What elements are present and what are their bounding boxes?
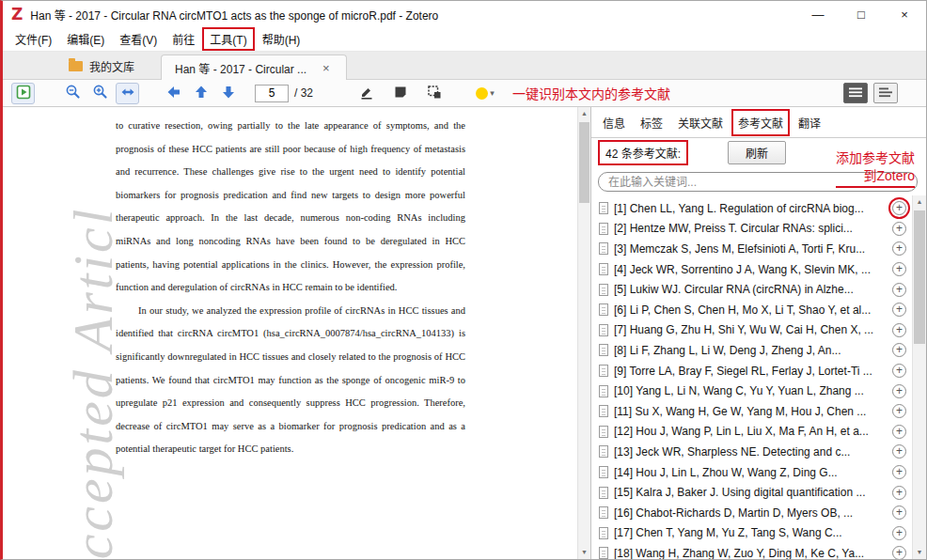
previous-page-button[interactable] bbox=[189, 83, 212, 104]
back-button[interactable] bbox=[162, 83, 185, 104]
scroll-up-icon[interactable]: ▲ bbox=[578, 107, 590, 120]
pdf-scrollbar-thumb[interactable] bbox=[579, 122, 589, 203]
add-references-annotation: 添加参考文献 到Zotero bbox=[836, 149, 915, 188]
reference-item[interactable]: [7] Huang G, Zhu H, Shi Y, Wu W, Cai H, … bbox=[591, 320, 912, 341]
add-reference-button[interactable] bbox=[892, 364, 906, 378]
back-arrow-icon bbox=[166, 85, 181, 102]
add-reference-button[interactable] bbox=[892, 241, 906, 256]
tab-my-library[interactable]: 我的文库 bbox=[55, 54, 148, 79]
maximize-button[interactable]: □ bbox=[840, 1, 883, 27]
add-reference-button[interactable] bbox=[892, 444, 906, 459]
reference-text: [3] Memczak S, Jens M, Elefsinioti A, To… bbox=[614, 242, 887, 256]
fit-width-button[interactable] bbox=[116, 83, 139, 104]
reference-item[interactable]: [12] Hou J, Wang P, Lin L, Liu X, Ma F, … bbox=[591, 422, 912, 443]
add-reference-button[interactable] bbox=[892, 283, 906, 297]
reference-list: [1] Chen LL, Yang L. Regulation of circR… bbox=[591, 195, 926, 559]
menu-go[interactable]: 前往 bbox=[165, 27, 202, 51]
zoom-in-button[interactable] bbox=[88, 83, 112, 104]
page-number-input[interactable] bbox=[255, 85, 289, 102]
reference-item[interactable]: [11] Su X, Wang H, Ge W, Yang M, Hou J, … bbox=[591, 401, 912, 422]
add-reference-button[interactable] bbox=[892, 486, 906, 500]
menu-help[interactable]: 帮助(H) bbox=[255, 27, 308, 51]
reference-item[interactable]: [14] Hou J, Lin L, Zhou W, Wang Z, Ding … bbox=[591, 462, 912, 483]
tab-info[interactable]: 信息 bbox=[596, 109, 632, 136]
document-icon bbox=[599, 324, 608, 336]
highlight-tool-button[interactable] bbox=[354, 83, 378, 104]
tab-close-icon[interactable]: × bbox=[322, 61, 330, 75]
add-reference-button[interactable] bbox=[892, 323, 906, 337]
tab-translate[interactable]: 翻译 bbox=[792, 109, 827, 136]
tab-document[interactable]: Han 等 - 2017 - Circular ... × bbox=[161, 54, 347, 80]
reference-item[interactable]: [10] Yang L, Li N, Wang C, Yu Y, Yuan L,… bbox=[591, 381, 912, 401]
add-reference-button[interactable] bbox=[892, 425, 906, 439]
reference-item[interactable]: [8] Li F, Zhang L, Li W, Deng J, Zheng J… bbox=[591, 340, 912, 361]
reference-item[interactable]: [16] Chabot-Richards D, Martin D, Myers … bbox=[591, 503, 912, 523]
area-select-tool-button[interactable] bbox=[422, 83, 446, 104]
document-icon bbox=[599, 242, 608, 255]
menu-edit[interactable]: 编辑(E) bbox=[59, 27, 112, 51]
reference-item[interactable]: [4] Jeck WR, Sorrentino J A, Wang K, Sle… bbox=[591, 259, 912, 280]
next-page-button[interactable] bbox=[216, 83, 240, 104]
reference-item[interactable]: [6] Li P, Chen S, Chen H, Mo X, Li T, Sh… bbox=[591, 300, 912, 320]
reference-item[interactable]: [17] Chen T, Yang M, Yu Z, Tang S, Wang … bbox=[591, 523, 912, 544]
zoom-out-icon bbox=[65, 84, 81, 102]
reference-text: [7] Huang G, Zhu H, Shi Y, Wu W, Cai H, … bbox=[614, 323, 887, 336]
reference-text: [9] Torre LA, Bray F, Siegel RL, Ferlay … bbox=[614, 365, 887, 378]
document-icon bbox=[599, 527, 608, 539]
area-select-icon bbox=[427, 85, 442, 102]
scroll-up-icon[interactable]: ▲ bbox=[913, 195, 926, 209]
reference-item[interactable]: [13] Jeck WR, Sharpless NE. Detecting an… bbox=[591, 442, 912, 462]
reference-text: [13] Jeck WR, Sharpless NE. Detecting an… bbox=[614, 445, 887, 459]
annotations-sidebar-button[interactable] bbox=[843, 83, 868, 103]
pdf-scrollbar[interactable]: ▲ ▼ bbox=[577, 107, 590, 559]
add-reference-button[interactable] bbox=[892, 404, 906, 418]
add-reference-button[interactable] bbox=[892, 303, 906, 317]
main-content: Accepted Articl to curative resection, o… bbox=[3, 107, 926, 559]
reference-text: [14] Hou J, Lin L, Zhou W, Wang Z, Ding … bbox=[614, 466, 887, 479]
add-reference-button[interactable] bbox=[892, 262, 906, 276]
add-reference-button[interactable] bbox=[892, 201, 906, 215]
close-button[interactable]: × bbox=[883, 1, 926, 27]
reference-rows: [1] Chen LL, Yang L. Regulation of circR… bbox=[591, 198, 912, 559]
reference-list-scrollbar[interactable]: ▲ ▼ bbox=[912, 195, 926, 559]
pdf-page-view[interactable]: Accepted Articl to curative resection, o… bbox=[3, 107, 591, 559]
note-icon bbox=[393, 85, 408, 102]
tab-references[interactable]: 参考文献 bbox=[731, 109, 790, 136]
reference-text: [6] Li P, Chen S, Chen H, Mo X, Li T, Sh… bbox=[614, 303, 887, 317]
document-icon bbox=[599, 405, 608, 417]
notes-sidebar-button[interactable] bbox=[873, 83, 898, 103]
tab-tags[interactable]: 标签 bbox=[634, 109, 669, 136]
add-reference-button[interactable] bbox=[892, 506, 906, 520]
add-reference-button[interactable] bbox=[892, 222, 906, 236]
menu-file[interactable]: 文件(F) bbox=[8, 27, 59, 51]
references-count-label: 42 条参考文献: bbox=[598, 140, 688, 165]
menu-view[interactable]: 查看(V) bbox=[112, 27, 165, 51]
add-reference-button[interactable] bbox=[892, 546, 906, 559]
add-reference-button[interactable] bbox=[892, 384, 906, 398]
tab-related[interactable]: 关联文献 bbox=[671, 109, 730, 136]
reference-item[interactable]: [5] Lukiw WJ. Circular RNA (circRNA) in … bbox=[591, 279, 912, 300]
menu-tools[interactable]: 工具(T) bbox=[202, 27, 254, 51]
reference-item[interactable]: [2] Hentze MW, Preiss T. Circular RNAs: … bbox=[591, 219, 912, 240]
reference-item[interactable]: [15] Kalra J, Baker J. Using digital qua… bbox=[591, 482, 912, 503]
minimize-button[interactable]: — bbox=[796, 1, 840, 27]
zoom-out-button[interactable] bbox=[61, 83, 85, 104]
reference-item[interactable]: [9] Torre LA, Bray F, Siegel RL, Ferlay … bbox=[591, 361, 912, 381]
reference-text: [18] Wang H, Zhang W, Zuo Y, Ding M, Ke … bbox=[614, 547, 887, 559]
scroll-down-icon[interactable]: ▼ bbox=[913, 546, 926, 559]
page-total-label: / 32 bbox=[294, 86, 313, 100]
reference-item[interactable]: [3] Memczak S, Jens M, Elefsinioti A, To… bbox=[591, 239, 912, 259]
note-tool-button[interactable] bbox=[388, 83, 412, 104]
add-reference-button[interactable] bbox=[892, 343, 906, 357]
toggle-sidebar-button[interactable] bbox=[11, 83, 35, 104]
reference-item[interactable]: [18] Wang H, Zhang W, Zuo Y, Ding M, Ke … bbox=[591, 543, 912, 559]
reference-item[interactable]: [1] Chen LL, Yang L. Regulation of circR… bbox=[591, 198, 912, 219]
add-reference-button[interactable] bbox=[892, 465, 906, 479]
list-scrollbar-thumb[interactable] bbox=[914, 210, 925, 344]
document-icon bbox=[599, 506, 608, 519]
refresh-button[interactable]: 刷新 bbox=[728, 141, 786, 164]
scroll-down-icon[interactable]: ▼ bbox=[578, 546, 590, 559]
annotation-color-button[interactable]: ▾ bbox=[469, 83, 501, 104]
add-reference-button[interactable] bbox=[892, 526, 906, 540]
document-icon bbox=[599, 202, 608, 214]
